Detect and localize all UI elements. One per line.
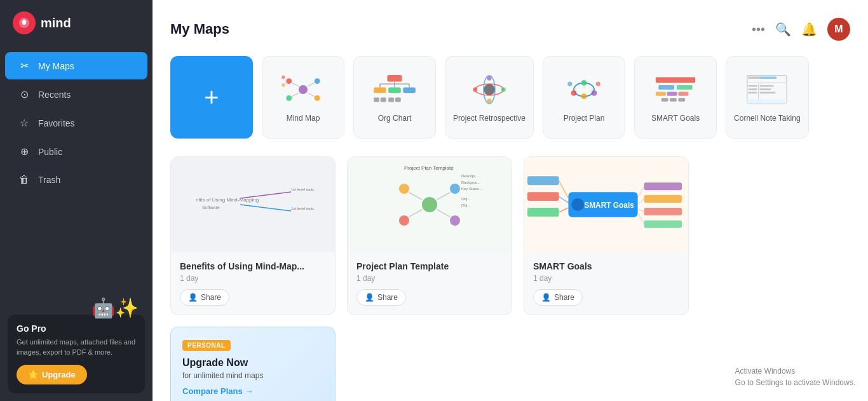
map-card-smart-goals[interactable]: SMART Goals SMART Goals (524, 156, 689, 315)
map-info-project-plan: Project Plan Template 1 day 👤 Share (348, 252, 512, 315)
template-mind-map-label: Mind Map (287, 114, 320, 123)
map-info-smart-goals: SMART Goals 1 day 👤 Share (524, 252, 688, 315)
svg-point-76 (450, 184, 460, 194)
sidebar-item-trash[interactable]: 🗑 Trash (5, 167, 147, 193)
sidebar-item-public[interactable]: ⊕ Public (5, 138, 147, 165)
compare-plans-link[interactable]: Compare Plans → (182, 386, 323, 396)
svg-line-7 (292, 83, 299, 86)
svg-rect-50 (667, 92, 677, 96)
robot-icon: 🤖✨ (92, 297, 139, 319)
bell-icon[interactable]: 🔔 (801, 22, 817, 37)
template-project-retrospective[interactable]: Project Retrospective (445, 56, 534, 139)
map-card-benefits[interactable]: nfits of Using Mind-Mapping Software 1st… (170, 156, 336, 315)
svg-rect-90 (527, 192, 559, 201)
map-card-project-plan[interactable]: Project Plan Template Descript... Backgr… (347, 156, 512, 315)
svg-point-3 (286, 78, 292, 84)
more-icon[interactable]: ••• (752, 22, 765, 37)
map-name-benefits: Benefits of Using Mind-Map... (180, 261, 326, 271)
svg-point-11 (281, 76, 285, 79)
sidebar-item-my-maps[interactable]: ✂ My Maps (5, 52, 147, 79)
main-header: My Maps ••• 🔍 🔔 M (170, 18, 850, 41)
svg-line-81 (409, 210, 422, 217)
template-cornell-note-taking[interactable]: Cornell Note Taking (726, 56, 809, 139)
share-button-smart-goals[interactable]: 👤 Share (533, 289, 583, 306)
svg-rect-96 (644, 195, 682, 203)
svg-line-79 (409, 193, 422, 200)
svg-rect-18 (403, 87, 416, 93)
maps-grid: nfits of Using Mind-Mapping Software 1st… (170, 156, 850, 401)
svg-text:SMART Goals: SMART Goals (584, 201, 634, 210)
templates-row: + M (170, 56, 850, 139)
svg-point-75 (399, 184, 409, 194)
project-plan-thumb (559, 72, 609, 107)
svg-point-34 (487, 76, 491, 81)
svg-rect-61 (760, 85, 774, 87)
template-org-chart[interactable]: Org Chart (353, 56, 436, 139)
template-org-chart-label: Org Chart (378, 114, 412, 123)
svg-rect-25 (381, 97, 386, 102)
svg-point-33 (501, 87, 506, 92)
svg-rect-48 (677, 85, 693, 90)
logo-icon (13, 11, 36, 34)
svg-rect-59 (760, 77, 777, 79)
svg-rect-26 (388, 97, 394, 102)
svg-text:Obj...: Obj... (461, 197, 471, 201)
svg-point-38 (571, 90, 577, 96)
svg-point-41 (567, 82, 572, 86)
promo-card: PERSONAL Upgrade Now for unlimited mind … (170, 327, 336, 401)
compare-plans-label: Compare Plans (182, 386, 243, 396)
svg-text:nfits of Using Mind-Mapping: nfits of Using Mind-Mapping (196, 197, 259, 203)
sidebar-item-favorites[interactable]: ☆ Favorites (5, 109, 147, 137)
add-new-card[interactable]: + (170, 56, 253, 139)
svg-point-1 (22, 21, 26, 25)
svg-point-4 (315, 78, 320, 84)
svg-point-40 (581, 93, 587, 99)
svg-text:1st level topic: 1st level topic (291, 187, 314, 191)
windows-overlay-line1: Activate Windows (735, 365, 855, 377)
svg-point-2 (299, 85, 308, 94)
personal-badge: PERSONAL (182, 340, 231, 351)
svg-line-13 (285, 78, 287, 81)
main-content: My Maps ••• 🔍 🔔 M + (153, 0, 868, 401)
app-name: mind (41, 16, 71, 31)
promo-title: Upgrade Now (182, 357, 323, 369)
svg-line-8 (308, 83, 315, 86)
logo-area: mind (0, 0, 153, 46)
trash-icon: 🗑 (18, 174, 31, 186)
map-thumb-project-plan: Project Plan Template Descript... Backgr… (348, 157, 512, 252)
go-pro-box: 🤖✨ Go Pro Get unlimited maps, attached f… (8, 315, 145, 393)
svg-rect-53 (670, 98, 677, 101)
upgrade-button[interactable]: ⭐ Upgrade (17, 365, 87, 384)
svg-rect-63 (760, 88, 771, 90)
template-project-plan[interactable]: Project Plan (543, 56, 625, 139)
page-title: My Maps (170, 21, 229, 37)
sidebar-item-recents[interactable]: ⊙ Recents (5, 81, 147, 108)
share-button-project-plan[interactable]: 👤 Share (356, 289, 406, 306)
arrow-right-icon: → (245, 386, 254, 396)
template-smart-goals[interactable]: SMART Goals (634, 56, 717, 139)
share-icon-project-plan: 👤 (365, 293, 374, 302)
template-mind-map[interactable]: Mind Map (262, 56, 344, 139)
share-icon-smart-goals: 👤 (541, 293, 551, 302)
template-project-plan-label: Project Plan (564, 114, 605, 123)
svg-rect-17 (388, 87, 401, 93)
svg-text:Descript...: Descript... (461, 174, 478, 178)
svg-rect-98 (644, 221, 682, 228)
svg-point-39 (592, 90, 597, 96)
avatar[interactable]: M (827, 18, 850, 41)
svg-rect-47 (658, 85, 674, 90)
recents-icon: ⊙ (18, 88, 31, 100)
svg-text:Obj...: Obj... (461, 203, 471, 207)
search-icon[interactable]: 🔍 (775, 22, 791, 37)
svg-point-74 (422, 197, 437, 212)
svg-line-71 (240, 205, 291, 211)
svg-text:1st level topic: 1st level topic (291, 207, 314, 210)
share-icon-benefits: 👤 (188, 293, 198, 302)
map-name-project-plan: Project Plan Template (356, 261, 503, 271)
sidebar: mind ✂ My Maps ⊙ Recents ☆ Favorites ⊕ P… (0, 0, 153, 401)
svg-rect-66 (747, 99, 787, 104)
org-chart-thumb (369, 72, 420, 107)
share-button-benefits[interactable]: 👤 Share (180, 289, 229, 306)
header-actions: ••• 🔍 🔔 M (752, 18, 850, 41)
svg-rect-65 (760, 92, 776, 94)
